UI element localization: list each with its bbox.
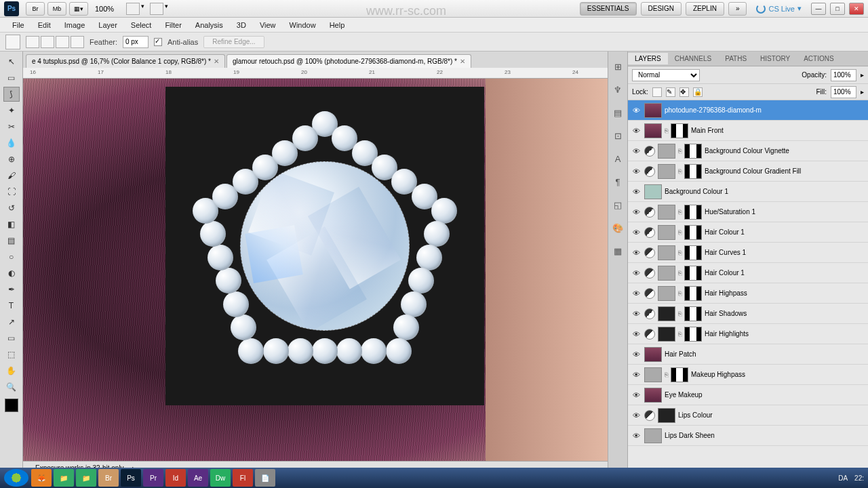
layer-thumbnail[interactable] [658,205,675,220]
zoom-tool[interactable]: 🔍 [3,380,20,394]
layer-row[interactable]: 👁⎘Background Colour Gradient Fill [628,161,868,182]
visibility-toggle-icon[interactable]: 👁 [631,350,642,359]
close-button[interactable]: ✕ [849,3,864,15]
panel-icon[interactable]: ⊞ [611,60,625,73]
visibility-toggle-icon[interactable]: 👁 [631,269,642,277]
layer-row[interactable]: 👁⎘Background Colour Vignette [628,141,868,161]
layer-row[interactable]: 👁Eye Makeup [628,385,868,405]
visibility-toggle-icon[interactable]: 👁 [631,188,642,196]
layer-thumbnail[interactable] [644,103,662,118]
layer-name[interactable]: Hair Highpass [705,289,865,297]
menu-help[interactable]: Help [323,20,352,30]
layer-thumbnail[interactable] [684,306,702,321]
layer-thumbnail[interactable] [658,408,675,423]
menu-select[interactable]: Select [124,20,159,30]
menu-layer[interactable]: Layer [92,20,124,30]
layer-thumbnail[interactable] [671,123,688,138]
taskbar-app[interactable]: Id [165,469,186,487]
lock-transparency-icon[interactable] [652,87,662,97]
crop-tool[interactable]: ✂ [3,119,20,134]
minimize-button[interactable]: — [811,3,826,15]
layer-name[interactable]: Eye Makeup [665,391,865,399]
layer-name[interactable]: Makeup Highpass [691,371,865,378]
layer-row[interactable]: 👁Lips Colour [628,405,868,426]
visibility-toggle-icon[interactable]: 👁 [631,167,642,176]
visibility-toggle-icon[interactable]: 👁 [631,432,642,440]
workspace-more[interactable]: » [728,2,747,16]
layers-list[interactable]: 👁photodune-2796368-diamond-m👁⎘Main Front… [628,100,868,474]
taskbar-app[interactable]: Ps [121,469,141,487]
panel-tab-layers[interactable]: LAYERS [628,53,668,64]
path-tool[interactable]: ↗ [3,314,20,329]
layer-thumbnail[interactable] [658,245,675,260]
layer-thumbnail[interactable] [684,144,702,159]
layer-row[interactable]: 👁⎘Makeup Highpass [628,365,868,385]
layer-name[interactable]: Hue/Saturation 1 [705,208,865,216]
panel-icon[interactable]: ⊡ [611,129,625,142]
current-tool-icon[interactable] [5,35,20,49]
layer-name[interactable]: Hair Colour 1 [705,269,865,277]
antialias-checkbox[interactable] [154,38,162,46]
panel-icon[interactable]: ◱ [611,198,625,211]
tray-lang[interactable]: DA [838,474,848,482]
layer-name[interactable]: photodune-2796368-diamond-m [665,106,865,114]
panel-tab-actions[interactable]: ACTIONS [797,53,840,64]
layer-thumbnail[interactable] [658,225,675,240]
selection-add-icon[interactable] [41,36,54,48]
start-button[interactable] [4,469,28,487]
eraser-tool[interactable]: ◧ [3,217,20,232]
visibility-toggle-icon[interactable]: 👁 [631,106,642,115]
layer-thumbnail[interactable] [684,225,702,240]
canvas[interactable] [23,79,608,474]
taskbar-app[interactable]: 📁 [76,469,96,487]
3d-tool[interactable]: ⬚ [3,347,20,362]
minibridge-button[interactable]: Mb [47,2,66,16]
layer-thumbnail[interactable] [644,428,662,443]
layer-thumbnail[interactable] [671,367,688,382]
layer-thumbnail[interactable] [658,266,675,281]
panel-icon[interactable]: 🎨 [611,221,625,235]
document-tab[interactable]: e 4 tutsplus.psd @ 16,7% (Color Balance … [26,54,225,68]
fill-arrow-icon[interactable]: ▸ [861,88,864,96]
panel-tab-channels[interactable]: CHANNELS [668,53,718,64]
menu-edit[interactable]: Edit [31,20,58,30]
brush-tool[interactable]: 🖌 [3,168,20,183]
pen-tool[interactable]: ✒ [3,282,20,297]
visibility-toggle-icon[interactable]: 👁 [631,391,642,399]
layer-name[interactable]: Hair Patch [665,350,865,358]
move-tool[interactable]: ↖ [3,54,20,69]
layer-thumbnail[interactable] [684,266,702,281]
ruler-horizontal[interactable]: 16 17 18 19 20 21 22 23 24 [23,68,608,79]
selection-intersect-icon[interactable] [71,36,84,48]
gradient-tool[interactable]: ▤ [3,233,20,248]
workspace-essentials[interactable]: ESSENTIALS [580,2,637,16]
shape-tool[interactable]: ▭ [3,331,20,346]
layer-row[interactable]: 👁⎘Hair Curves 1 [628,243,868,263]
layer-row[interactable]: 👁⎘Hair Highlights [628,324,868,344]
layer-name[interactable]: Lips Dark Sheen [665,432,865,439]
layer-thumbnail[interactable] [658,164,675,179]
layer-row[interactable]: 👁⎘Main Front [628,121,868,141]
lasso-tool[interactable]: ⟆ [3,87,20,102]
menu-image[interactable]: Image [58,20,92,30]
taskbar-app[interactable]: Ae [188,469,208,487]
marquee-tool[interactable]: ▭ [3,70,20,85]
selection-subtract-icon[interactable] [56,36,69,48]
layer-thumbnail[interactable] [658,306,675,321]
layer-name[interactable]: Background Colour Vignette [705,147,865,155]
layer-thumbnail[interactable] [684,327,702,342]
layer-thumbnail[interactable] [644,388,662,403]
visibility-toggle-icon[interactable]: 👁 [631,330,642,338]
panel-icon[interactable]: ▤ [611,106,625,119]
visibility-toggle-icon[interactable]: 👁 [631,411,642,420]
layer-row[interactable]: 👁⎘Hair Colour 1 [628,263,868,283]
layer-thumbnail[interactable] [644,367,662,382]
layer-name[interactable]: Main Front [691,127,865,134]
menu-window[interactable]: Window [283,20,323,30]
layer-thumbnail[interactable] [684,164,702,179]
layer-thumbnail[interactable] [684,205,702,220]
layer-name[interactable]: Hair Curves 1 [705,249,865,256]
layer-thumbnail[interactable] [644,123,662,138]
layer-row[interactable]: 👁⎘Hair Colour 1 [628,222,868,243]
maximize-button[interactable]: □ [830,3,845,15]
